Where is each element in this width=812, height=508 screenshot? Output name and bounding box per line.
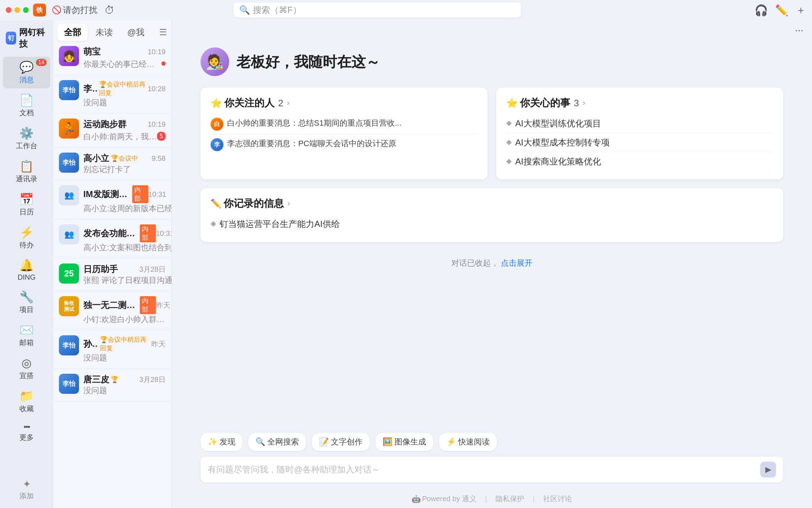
expand-link[interactable]: 点击展开 (501, 258, 532, 267)
quick-search-web[interactable]: 🔍 全网搜索 (248, 433, 306, 451)
favorites-icon: 📁 (19, 389, 34, 403)
minimize-button[interactable] (14, 7, 20, 13)
chat-item-launch[interactable]: 👥 发布会功能项目 内部 10:31 高小立:文案和图也结合到了一起… (53, 219, 171, 258)
quick-discover[interactable]: ✨ 发现 (200, 433, 243, 451)
ai-avatar: 🧑‍🎨 (200, 47, 229, 76)
headset-button[interactable]: 🎧 (755, 4, 768, 17)
avatar-tangsanpi: 李怡 (59, 374, 79, 394)
todo-icon: ⚡ (19, 225, 34, 239)
avatar-calendar: 25 (59, 264, 79, 284)
people-card-arrow[interactable]: › (287, 98, 289, 108)
things-label-0: AI大模型训练优化项目 (515, 118, 773, 129)
maximize-button[interactable] (23, 7, 29, 13)
sidebar-item-favorites[interactable]: 📁 收藏 (3, 386, 50, 417)
sidebar-item-docs[interactable]: 📄 文档 (3, 90, 50, 121)
sidebar-add-button[interactable]: ✦ 添加 (3, 475, 50, 504)
discover-icon: ✨ (208, 437, 217, 447)
notes-card-header: ✏️ 你记录的信息 › (211, 197, 773, 210)
chat-name-imtest: IM发版测试群 (83, 188, 131, 200)
people-card-text-1: 李志强的重要消息：PC端聊天会话中的设计还原 (227, 138, 477, 149)
things-card-item-1[interactable]: ◆ AI大模型成本控制转专项 (506, 133, 773, 152)
chat-time-imtest: 10:31 (148, 190, 166, 199)
quick-write[interactable]: 📝 文字创作 (312, 433, 370, 451)
close-button[interactable] (6, 7, 11, 13)
sidebar-item-todo[interactable]: ⚡ 待办 (3, 222, 50, 253)
tab-at-me[interactable]: @我 (121, 24, 151, 41)
search-bar[interactable]: 🔍 搜索（⌘F） (234, 3, 521, 18)
sidebar-item-mail[interactable]: ✉️ 邮箱 (3, 320, 50, 351)
chat-preview-running: 白小帅:前两天，我跟志强… (83, 131, 157, 142)
things-card-item-0[interactable]: ◆ AI大模型训练优化项目 (506, 114, 773, 133)
avatar-imtest: 👥 (59, 185, 79, 205)
collapsed-text: 对话已收起， (451, 258, 499, 267)
chat-item-imtest[interactable]: 👥 IM发版测试群 内部 10:31 高小立:这周的新版本已经发布了… (53, 180, 171, 219)
speed-read-label: 快速阅读 (458, 437, 490, 447)
org-header[interactable]: 钉 网钉科技 (0, 23, 53, 53)
notes-bullet-0: ◆ (211, 219, 216, 228)
add-button[interactable]: ＋ (795, 3, 806, 18)
chat-content-mengbao: 萌宝 10:19 你最关心的事已经更新啦 (83, 46, 166, 70)
chat-item-running[interactable]: 🏃 运动跑步群 10:19 白小帅:前两天，我跟志强… 5 (53, 113, 171, 148)
chat-preview-mengbao: 你最关心的事已经更新啦 (83, 59, 161, 70)
notes-pencil-icon: ✏️ (211, 199, 221, 209)
things-bullet-0: ◆ (506, 118, 512, 127)
sidebar-item-messages[interactable]: 💬 消息 14 (3, 57, 50, 88)
content-more-button[interactable]: ··· (795, 24, 803, 36)
tab-all[interactable]: 全部 (57, 24, 88, 41)
chat-item-tangsanpi[interactable]: 李怡 唐三皮 🏆 3月28日 没问题 (53, 369, 171, 401)
unique-tag: 内部 (140, 296, 156, 314)
chat-time-calendar: 3月28日 (139, 265, 166, 274)
sidebar-item-calendar[interactable]: 📅 日历 (3, 189, 50, 220)
chat-time-mengbao: 10:19 (148, 48, 166, 56)
avatar-liyi: 李怡 (59, 80, 79, 100)
gaoxiaoli-status: 🏆会议中 (111, 154, 138, 163)
notes-card-arrow[interactable]: › (287, 199, 290, 208)
things-card-arrow[interactable]: › (582, 98, 585, 108)
sidebar-item-more[interactable]: ••• 更多 (3, 419, 50, 446)
things-card-header: ⭐ 你关心的事 3 › (506, 96, 773, 110)
message-input[interactable] (208, 465, 760, 475)
speed-read-icon: ⚡ (446, 437, 456, 447)
chat-item-mengbao[interactable]: 👧 萌宝 10:19 你最关心的事已经更新啦 (53, 41, 171, 75)
people-card-item-1[interactable]: 李 李志强的重要消息：PC端聊天会话中的设计还原 (211, 134, 477, 155)
tangsanpi-status: 🏆 (111, 376, 119, 383)
chat-item-calendar[interactable]: 25 日历助手 3月28日 张熙 评论了日程项目沟通 (53, 258, 171, 291)
search-web-icon: 🔍 (255, 437, 265, 447)
people-card-item-0[interactable]: 白 白小帅的重要消息：总结S1期间的重点项目营收... (211, 114, 477, 134)
sidebar-item-projects[interactable]: 🔧 项目 (3, 286, 50, 318)
notes-card-title: 你记录的信息 (223, 197, 284, 210)
filter-icon[interactable]: ☰ (159, 27, 167, 37)
chat-item-gaoxiaoli[interactable]: 李怡 高小立 🏆会议中 9:58 别忘记打卡了 (53, 148, 171, 180)
sidebar-item-ding[interactable]: 🔔 DING (3, 255, 50, 285)
chat-time-launch: 10:31 (156, 229, 171, 238)
chat-item-liyi[interactable]: 李怡 李怡 🏆会议中稍后再回复 10:28 没问题 (53, 75, 171, 113)
privacy-link[interactable]: 隐私保护 (495, 494, 524, 504)
titlebar: 铁 🚫 请勿打扰 ⏱ 🔍 搜索（⌘F） 🎧 ✏️ ＋ (0, 0, 812, 20)
community-link[interactable]: 社区讨论 (543, 494, 572, 504)
sidebar-item-yida[interactable]: ◎ 宜搭 (3, 353, 50, 384)
org-icon: 钉 (6, 32, 16, 45)
send-button[interactable]: ▶ (760, 462, 776, 477)
history-button[interactable]: ⏱ (105, 4, 115, 16)
chat-content-running: 运动跑步群 10:19 白小帅:前两天，我跟志强… 5 (83, 118, 166, 142)
people-card-title: 你关注的人 (224, 96, 274, 110)
sidebar-item-workspace[interactable]: ⚙️ 工作台 (3, 123, 50, 154)
input-area: ✨ 发现 🔍 全网搜索 📝 文字创作 🖼️ 图像生成 ⚡ 快速阅读 (172, 427, 812, 491)
edit-button[interactable]: ✏️ (775, 4, 788, 17)
quick-image-gen[interactable]: 🖼️ 图像生成 (375, 433, 433, 451)
chat-name-tangsanpi: 唐三皮 (83, 374, 109, 385)
quick-speed-read[interactable]: ⚡ 快速阅读 (439, 433, 497, 451)
sidebar-item-contacts[interactable]: 📋 通讯录 (3, 156, 50, 187)
yida-icon: ◎ (22, 356, 32, 370)
chat-item-sunsheng[interactable]: 李怡 孙胜 🏆会议中稍后再回复 昨天 没问题 (53, 330, 171, 369)
chat-preview-gaoxiaoli: 别忘记打卡了 (83, 165, 131, 174)
chat-preview-launch: 高小立:文案和图也结合到了一起… (83, 243, 171, 252)
app-icon: 铁 (33, 4, 46, 17)
notes-card-item-0[interactable]: ◆ 钉当猫运营平台生产能力AI供给 (211, 215, 773, 233)
chat-item-unique[interactable]: 验收 测试 独一无二测试群 内部 昨天 小钉:欢迎白小帅入群… (53, 291, 171, 330)
powered-text: Powered by 通义 (422, 494, 476, 504)
chat-name-liyi: 李怡 (83, 83, 97, 94)
chat-tabs: 全部 未读 @我 ☰ (53, 20, 171, 41)
things-card-item-2[interactable]: ◆ AI搜索商业化策略优化 (506, 152, 773, 171)
tab-unread[interactable]: 未读 (89, 24, 119, 41)
